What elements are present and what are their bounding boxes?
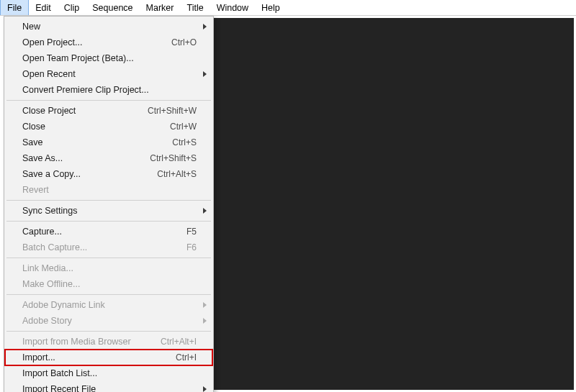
menu-item-shortcut: Ctrl+Shift+S xyxy=(150,153,197,163)
menu-item-revert: Revert xyxy=(5,182,212,198)
menu-item-label: Save As... xyxy=(22,153,63,163)
chevron-right-icon xyxy=(203,318,207,324)
menu-item-new[interactable]: New xyxy=(5,19,212,35)
menu-item-shortcut: Ctrl+W xyxy=(170,122,197,132)
menu-item-make-offline: Make Offline... xyxy=(5,276,212,292)
menu-item-shortcut: Ctrl+Alt+I xyxy=(161,337,197,347)
menu-item-import-from-media-browser: Import from Media BrowserCtrl+Alt+I xyxy=(5,334,212,350)
menu-item-import-batch-list[interactable]: Import Batch List... xyxy=(5,365,212,381)
menu-item-label: Adobe Story xyxy=(22,316,72,326)
menu-item-label: Import... xyxy=(22,352,55,363)
chevron-right-icon xyxy=(203,71,207,77)
chevron-right-icon xyxy=(203,24,207,29)
menu-item-label: Adobe Dynamic Link xyxy=(22,300,105,310)
menu-item-label: Save a Copy... xyxy=(22,169,81,179)
menu-item-label: Open Team Project (Beta)... xyxy=(22,53,134,63)
menubar-item-clip[interactable]: Clip xyxy=(58,0,86,15)
menu-item-label: Make Offline... xyxy=(22,279,80,289)
menu-item-sync-settings[interactable]: Sync Settings xyxy=(5,203,212,219)
chevron-right-icon xyxy=(203,302,207,308)
menu-item-label: Import Recent File xyxy=(22,384,96,392)
chevron-right-icon xyxy=(203,208,207,214)
menubar-item-window[interactable]: Window xyxy=(210,0,255,15)
menu-item-shortcut: Ctrl+I xyxy=(176,352,197,363)
menu-item-open-project[interactable]: Open Project...Ctrl+O xyxy=(5,35,212,50)
menubar: FileEditClipSequenceMarkerTitleWindowHel… xyxy=(0,0,576,16)
menu-item-label: Import Batch List... xyxy=(22,368,97,378)
file-menu-dropdown: NewOpen Project...Ctrl+OOpen Team Projec… xyxy=(4,16,214,392)
menu-item-close-project[interactable]: Close ProjectCtrl+Shift+W xyxy=(5,103,212,119)
menu-item-shortcut: Ctrl+Alt+S xyxy=(157,169,197,179)
menubar-item-file[interactable]: File xyxy=(0,0,29,15)
menu-item-adobe-story: Adobe Story xyxy=(5,313,212,329)
menu-item-close[interactable]: CloseCtrl+W xyxy=(5,119,212,135)
menu-item-shortcut: F6 xyxy=(186,242,197,252)
chevron-right-icon xyxy=(203,386,207,392)
menu-item-label: Link Media... xyxy=(22,263,73,273)
menu-item-label: Import from Media Browser xyxy=(22,337,131,347)
menu-item-open-recent[interactable]: Open Recent xyxy=(5,66,212,82)
menu-item-convert-premiere-clip-project[interactable]: Convert Premiere Clip Project... xyxy=(5,82,212,98)
menu-item-label: Close Project xyxy=(22,106,76,116)
menu-item-shortcut: Ctrl+Shift+W xyxy=(148,106,197,116)
menu-item-label: New xyxy=(22,22,40,32)
menu-item-link-media: Link Media... xyxy=(5,260,212,276)
editor-viewport xyxy=(214,18,574,390)
menu-item-capture[interactable]: Capture...F5 xyxy=(5,224,212,240)
menubar-item-edit[interactable]: Edit xyxy=(29,0,58,15)
menu-item-shortcut: Ctrl+O xyxy=(171,37,197,47)
menu-item-label: Convert Premiere Clip Project... xyxy=(22,85,149,95)
menu-item-save[interactable]: SaveCtrl+S xyxy=(5,135,212,150)
menu-item-import[interactable]: Import...Ctrl+I xyxy=(5,350,212,365)
menu-item-import-recent-file[interactable]: Import Recent File xyxy=(5,381,212,392)
menu-item-open-team-project-beta[interactable]: Open Team Project (Beta)... xyxy=(5,50,212,66)
menu-item-shortcut: Ctrl+S xyxy=(172,137,197,147)
menu-separator xyxy=(6,221,211,222)
menu-separator xyxy=(6,100,211,101)
menu-item-save-as[interactable]: Save As...Ctrl+Shift+S xyxy=(5,150,212,166)
menu-separator xyxy=(6,257,211,258)
menubar-item-marker[interactable]: Marker xyxy=(140,0,181,15)
menu-separator xyxy=(6,200,211,201)
menu-item-label: Open Project... xyxy=(22,37,82,47)
menubar-item-help[interactable]: Help xyxy=(255,0,287,15)
menubar-item-sequence[interactable]: Sequence xyxy=(86,0,139,15)
menu-item-batch-capture: Batch Capture...F6 xyxy=(5,240,212,255)
menu-item-label: Batch Capture... xyxy=(22,242,87,252)
menu-item-save-a-copy[interactable]: Save a Copy...Ctrl+Alt+S xyxy=(5,166,212,182)
menu-item-label: Sync Settings xyxy=(22,206,77,216)
menu-item-label: Close xyxy=(22,122,45,132)
menu-separator xyxy=(6,294,211,295)
menu-item-adobe-dynamic-link: Adobe Dynamic Link xyxy=(5,297,212,313)
menu-item-label: Revert xyxy=(22,185,49,195)
menubar-item-title[interactable]: Title xyxy=(180,0,210,15)
menu-item-label: Capture... xyxy=(22,227,62,237)
menu-item-label: Save xyxy=(22,137,43,147)
menu-separator xyxy=(6,331,211,332)
menu-item-shortcut: F5 xyxy=(186,227,197,237)
menu-item-label: Open Recent xyxy=(22,69,76,79)
